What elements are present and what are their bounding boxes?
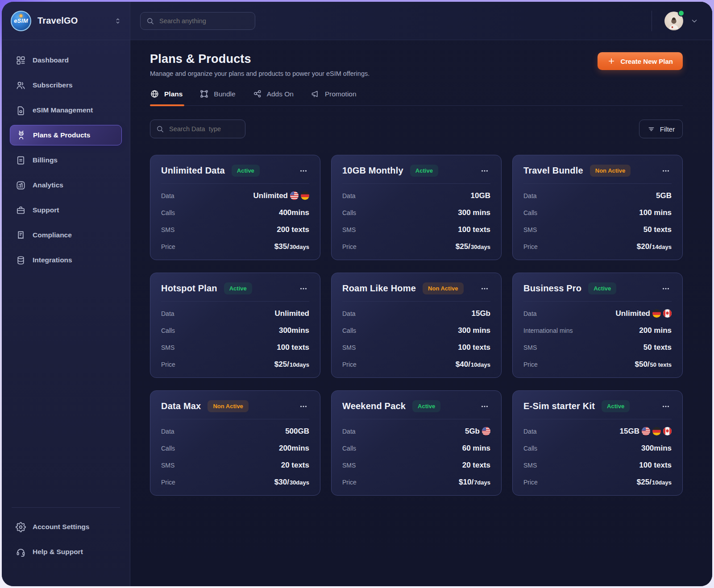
plan-card-hotspot-plan: Hotspot PlanActiveDataUnlimitedCalls300m… — [150, 273, 320, 378]
plan-row-label: Price — [342, 361, 357, 368]
plan-row-label: Price — [342, 479, 357, 486]
flag-ca-icon — [663, 427, 672, 435]
sidebar-item-compliance[interactable]: Compliance — [10, 225, 122, 245]
sidebar-item-label: Integrations — [33, 256, 72, 264]
card-menu-button[interactable] — [660, 284, 672, 293]
card-menu-button[interactable] — [298, 166, 309, 175]
plan-row-value: Unlimited — [616, 309, 672, 318]
card-menu-button[interactable] — [298, 402, 309, 411]
chevron-down-icon[interactable] — [690, 17, 699, 25]
plan-row: DataUnlimited — [161, 187, 309, 204]
brand-header: eSIM TravelGO — [2, 2, 130, 40]
tab-plans[interactable]: Plans — [150, 89, 183, 105]
value-text: $40/ — [456, 360, 470, 369]
card-header: Weekend PackActive — [342, 400, 490, 412]
flag-de-icon — [652, 427, 661, 435]
plan-row: Calls300 mins — [342, 322, 490, 339]
card-divider — [523, 419, 672, 419]
plan-card-unlimited-data: Unlimited DataActiveDataUnlimitedCalls40… — [150, 155, 320, 260]
status-badge: Non Active — [208, 400, 248, 412]
avatar[interactable] — [664, 12, 683, 30]
sidebar-item-integrations[interactable]: Integrations — [10, 250, 122, 270]
value-text: 50 texts — [643, 343, 672, 352]
card-divider — [342, 419, 490, 419]
value-text: 300mins — [279, 326, 309, 335]
global-search-input[interactable] — [140, 12, 255, 30]
value-text: 300mins — [641, 444, 672, 452]
card-menu-button[interactable] — [479, 284, 490, 293]
value-text: 15Gb — [471, 309, 490, 318]
value-text: 5Gb — [465, 427, 480, 435]
sidebar-item-billings[interactable]: Billings — [10, 150, 122, 170]
logo-sun-icon — [20, 14, 23, 17]
status-badge: Active — [412, 400, 440, 412]
card-menu-button[interactable] — [479, 166, 490, 175]
tab-promotion[interactable]: Promotion — [311, 89, 357, 105]
plan-row: International mins200 mins — [523, 322, 672, 339]
create-new-plan-button[interactable]: Create New Plan — [598, 52, 683, 70]
plan-row-value: $50/50 texts — [635, 360, 672, 369]
plan-row-label: SMS — [523, 462, 537, 469]
plan-row-label: SMS — [161, 344, 174, 351]
value-text: 500GB — [285, 427, 309, 435]
plan-row-label: Data — [523, 192, 537, 199]
sidebar-item-subscribers[interactable]: Subscribers — [10, 75, 122, 95]
brand-switcher-chevrons-icon[interactable] — [114, 17, 122, 25]
plan-row-label: International mins — [523, 327, 573, 334]
plan-row: Calls300mins — [161, 322, 309, 339]
filter-button[interactable]: Filter — [639, 120, 683, 138]
plan-card-travel-bundle: Travel BundleNon ActiveData5GBCalls100 m… — [512, 155, 683, 260]
card-menu-button[interactable] — [660, 166, 672, 175]
plan-row: SMS50 texts — [523, 339, 672, 356]
plan-row-value: 15Gb — [471, 309, 490, 318]
tab-adds-on[interactable]: Adds On — [253, 89, 294, 105]
plan-row: DataUnlimited — [523, 305, 672, 322]
card-menu-button[interactable] — [479, 402, 490, 411]
plan-row-value: $25/30days — [456, 242, 490, 251]
sidebar-item-account-settings[interactable]: Account Settings — [10, 517, 122, 537]
billings-icon — [16, 155, 26, 166]
status-badge: Active — [232, 165, 260, 177]
sidebar-item-plans-products[interactable]: Plans & Products — [10, 125, 122, 145]
plan-row-value: 50 texts — [643, 343, 672, 352]
plan-row-value: 100 texts — [458, 343, 490, 352]
sidebar-item-label: eSIM Management — [33, 106, 93, 114]
sidebar-item-help-support[interactable]: Help & Support — [10, 542, 122, 562]
value-text: 10GB — [471, 191, 490, 200]
tab-bundle[interactable]: Bundle — [199, 89, 235, 105]
sidebar-item-analytics[interactable]: Analytics — [10, 175, 122, 195]
page-title: Plans & Products — [150, 52, 369, 66]
plan-row-label: SMS — [342, 226, 356, 233]
flag-us-icon — [482, 427, 490, 435]
plan-row: Calls60 mins — [342, 440, 490, 457]
app-window: eSIM TravelGO DashboardSubscriberseSIM M… — [2, 2, 712, 586]
card-header: Data MaxNon Active — [161, 400, 309, 412]
card-menu-button[interactable] — [298, 284, 309, 293]
plan-row-label: Calls — [161, 445, 175, 452]
sidebar-item-esim-management[interactable]: eSIM Management — [10, 100, 122, 120]
value-text: 400mins — [279, 208, 309, 217]
account-menu[interactable] — [652, 11, 699, 31]
plan-row-value: 300 mins — [458, 208, 490, 217]
plan-row-value: 400mins — [279, 208, 309, 217]
sidebar-item-label: Help & Support — [33, 548, 83, 556]
sidebar-item-support[interactable]: Support — [10, 200, 122, 220]
card-header: Business ProActive — [523, 282, 672, 294]
value-text: 200mins — [279, 444, 309, 452]
support-icon — [16, 205, 26, 215]
plan-row-label: Data — [523, 428, 537, 435]
data-type-search-input[interactable] — [150, 120, 245, 138]
plan-card-e-sim-starter-kit: E-Sim starter KitActiveData15GBCalls300m… — [512, 390, 683, 496]
plan-row-label: SMS — [342, 344, 356, 351]
sidebar-item-label: Analytics — [33, 181, 63, 189]
plan-row-label: Price — [161, 361, 175, 368]
plan-row-value: 20 texts — [462, 461, 490, 470]
topbar — [130, 2, 712, 40]
plan-row-value: 200 mins — [639, 326, 672, 335]
value-text: $25/ — [637, 478, 652, 486]
card-header: 10GB MonthlyActive — [342, 165, 490, 177]
plan-row-label: Price — [342, 243, 357, 250]
card-menu-button[interactable] — [660, 402, 672, 411]
sidebar-item-dashboard[interactable]: Dashboard — [10, 50, 122, 70]
plan-row: Price$35/30days — [161, 238, 309, 255]
